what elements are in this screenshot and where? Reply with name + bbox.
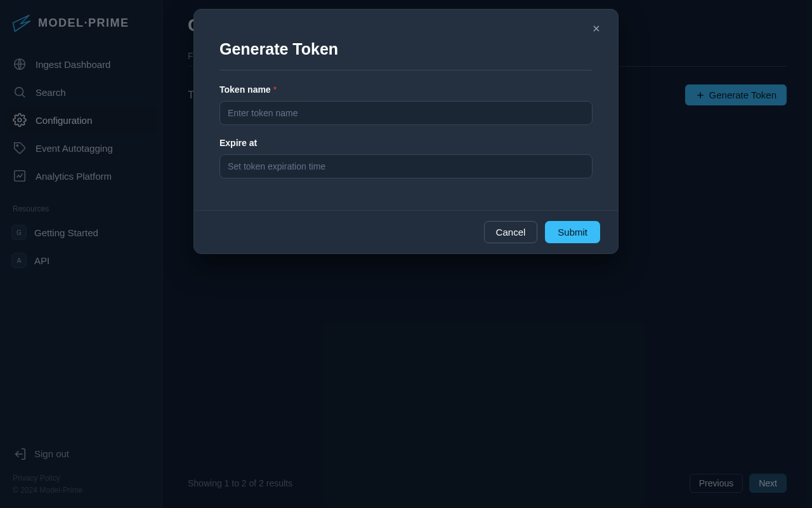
generate-token-modal: Generate Token Token name* Expire at Can… [193,9,619,254]
modal-title: Generate Token [219,40,593,70]
required-indicator: * [273,84,277,95]
modal-overlay[interactable]: Generate Token Token name* Expire at Can… [0,0,812,508]
submit-button[interactable]: Submit [545,221,600,243]
token-name-input[interactable] [219,101,593,125]
modal-close-button[interactable] [575,10,618,51]
cancel-button[interactable]: Cancel [484,221,538,243]
expire-at-label: Expire at [219,138,593,148]
token-name-label: Token name* [219,84,593,95]
expire-at-input[interactable] [219,154,593,178]
close-icon [591,23,601,34]
